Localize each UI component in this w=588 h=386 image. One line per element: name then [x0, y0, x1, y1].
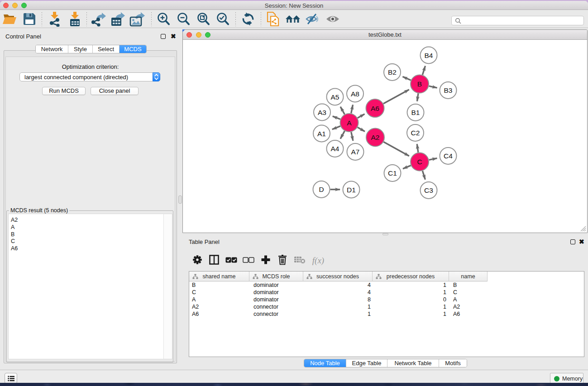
graph-node-A6[interactable]: A6: [366, 99, 384, 117]
graph-edge-A2-C[interactable]: [383, 142, 409, 156]
graph-edge-A-A7[interactable]: [351, 132, 353, 141]
graph-edge-A-A5[interactable]: [340, 107, 344, 114]
tab-network-table[interactable]: Network Table: [387, 359, 439, 367]
open-file-icon[interactable]: [2, 12, 17, 28]
criterion-dropdown[interactable]: largest connected component (directed): [19, 72, 160, 81]
table-row[interactable]: Bdominator41B: [189, 281, 584, 289]
graph-node-C[interactable]: C: [411, 153, 429, 171]
vertical-split-handle[interactable]: [178, 195, 182, 204]
save-session-icon[interactable]: [23, 12, 36, 28]
task-history-button[interactable]: [5, 373, 17, 383]
select-all-checkboxes-icon[interactable]: [225, 257, 237, 265]
graph-node-A1[interactable]: A1: [313, 125, 330, 142]
graph-edge-B-B3[interactable]: [429, 86, 437, 88]
graph-node-B[interactable]: B: [411, 75, 429, 93]
mcds-result-list[interactable]: A2ABCA6: [8, 214, 172, 359]
tab-mcds[interactable]: MCDS: [120, 45, 146, 53]
zoom-in-icon[interactable]: [156, 12, 171, 28]
mcds-result-item[interactable]: C: [11, 238, 18, 245]
tab-edge-table[interactable]: Edge Table: [346, 359, 387, 367]
graph-node-A5[interactable]: A5: [327, 89, 344, 105]
column-header-successor-nodes[interactable]: successor nodes: [303, 272, 373, 281]
export-network-icon[interactable]: [91, 11, 107, 29]
memory-status-button[interactable]: Memory: [550, 373, 583, 383]
export-image-icon[interactable]: [129, 11, 146, 29]
table-row[interactable]: Cdominator41C: [189, 289, 584, 296]
graph-edge-C-C2[interactable]: [417, 144, 418, 152]
close-panel-icon[interactable]: ✖: [171, 34, 176, 39]
network-graph-canvas[interactable]: AA6A2BCB4B2B3B1A5A8A3A1A4A7C2C4C1C3DD1: [183, 40, 587, 233]
graph-edge-A-A3[interactable]: [333, 116, 340, 119]
import-network-icon[interactable]: [47, 11, 62, 29]
graph-node-A8[interactable]: A8: [347, 86, 363, 102]
mcds-result-item[interactable]: A: [11, 224, 18, 231]
hide-selected-icon[interactable]: [305, 13, 320, 27]
graph-node-C2[interactable]: C2: [407, 124, 424, 141]
horizontal-split-handle[interactable]: [382, 233, 388, 235]
graph-node-A7[interactable]: A7: [347, 143, 364, 160]
graph-edge-C-C4[interactable]: [429, 158, 437, 160]
graph-node-B3[interactable]: B3: [440, 82, 457, 99]
graph-edge-C-C1[interactable]: [403, 166, 411, 169]
graph-node-A[interactable]: A: [340, 114, 359, 132]
zoom-fit-icon[interactable]: [196, 12, 210, 28]
graph-edge-C-C3[interactable]: [422, 171, 425, 180]
graph-node-B2[interactable]: B2: [384, 64, 401, 81]
graph-edge-A-A2[interactable]: [358, 127, 365, 131]
tab-select[interactable]: Select: [93, 45, 120, 53]
import-table-icon[interactable]: [67, 11, 82, 29]
graph-edge-B-B1[interactable]: [417, 93, 419, 101]
table-close-panel-icon[interactable]: ✖: [579, 239, 584, 244]
graph-edge-A6-B[interactable]: [383, 90, 409, 104]
zoom-out-icon[interactable]: [176, 12, 191, 28]
column-header-shared-name[interactable]: shared name: [189, 272, 249, 281]
delete-column-icon[interactable]: [278, 255, 287, 267]
graph-node-C3[interactable]: C3: [421, 182, 437, 199]
table-settings-icon[interactable]: [192, 255, 202, 267]
graph-edge-A-A4[interactable]: [340, 131, 344, 138]
mcds-result-item[interactable]: A6: [11, 245, 18, 253]
graph-node-D[interactable]: D: [313, 181, 330, 198]
float-panel-icon[interactable]: [161, 34, 166, 39]
graph-node-C4[interactable]: C4: [440, 148, 457, 164]
network-window-titlebar[interactable]: testGlobe.txt: [183, 30, 587, 40]
tab-node-table[interactable]: Node Table: [304, 359, 346, 367]
table-float-panel-icon[interactable]: [570, 239, 575, 244]
graph-node-B1[interactable]: B1: [407, 104, 424, 121]
mcds-result-item[interactable]: B: [11, 231, 18, 238]
graph-edge-A-A8[interactable]: [351, 105, 353, 114]
graph-edge-B-B4[interactable]: [422, 66, 425, 75]
export-table-icon[interactable]: [110, 11, 126, 29]
result-list-scrollbar[interactable]: [163, 214, 172, 359]
first-neighbors-icon[interactable]: [285, 13, 301, 27]
delete-table-icon[interactable]: [294, 256, 306, 266]
refresh-icon[interactable]: [241, 12, 255, 28]
graph-node-A2[interactable]: A2: [366, 129, 384, 147]
column-header-predecessor-nodes[interactable]: predecessor nodes: [373, 272, 449, 281]
graph-edge-A-A1[interactable]: [332, 126, 340, 129]
add-column-icon[interactable]: [261, 255, 271, 267]
graph-node-B4[interactable]: B4: [421, 47, 437, 64]
tab-motifs[interactable]: Motifs: [439, 359, 467, 367]
graph-node-A4[interactable]: A4: [327, 140, 344, 157]
column-header-name[interactable]: name: [449, 272, 488, 281]
clone-network-icon[interactable]: [266, 11, 280, 29]
search-input[interactable]: [463, 17, 580, 24]
graph-node-C1[interactable]: C1: [384, 165, 401, 181]
function-builder-icon[interactable]: f(x): [312, 256, 324, 266]
graph-node-A3[interactable]: A3: [314, 104, 330, 121]
column-header-MCDS-role[interactable]: MCDS role: [249, 272, 303, 281]
search-field[interactable]: [451, 16, 584, 25]
mcds-result-item[interactable]: A2: [11, 217, 18, 224]
table-row[interactable]: A2connector11A2: [189, 303, 584, 310]
deselect-all-checkboxes-icon[interactable]: [243, 257, 254, 265]
run-mcds-button[interactable]: Run MCDS: [42, 87, 86, 95]
tab-style[interactable]: Style: [68, 45, 93, 53]
graph-node-D1[interactable]: D1: [343, 181, 360, 198]
graph-edge-B-B2[interactable]: [403, 76, 411, 80]
split-view-icon[interactable]: [209, 255, 219, 267]
table-row[interactable]: A6connector11A6: [189, 310, 584, 318]
tab-network[interactable]: Network: [36, 45, 68, 53]
close-panel-button[interactable]: Close panel: [91, 87, 139, 95]
table-row[interactable]: Adominator80A: [189, 296, 584, 303]
